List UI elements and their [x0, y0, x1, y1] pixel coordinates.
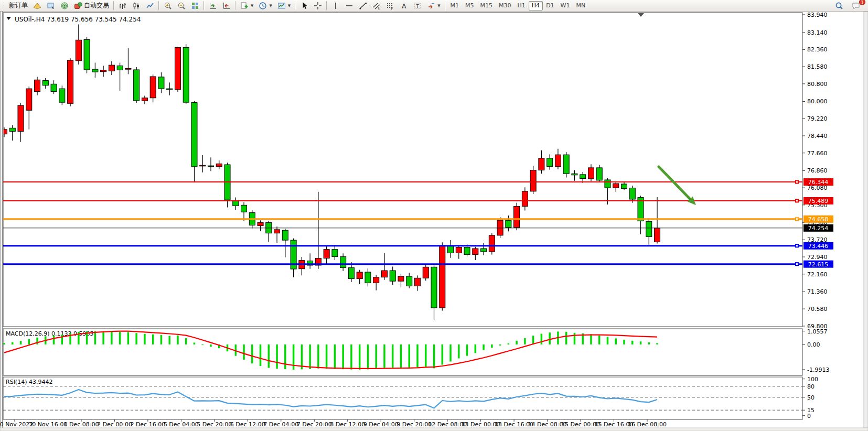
zoom-out-icon[interactable] [175, 1, 188, 11]
equidistant-channel-icon[interactable]: E [370, 1, 383, 11]
candlestick-chart-icon[interactable] [130, 1, 143, 11]
svg-text:E: E [378, 6, 380, 10]
left-splitter[interactable] [0, 12, 3, 428]
toolbar-grip [3, 2, 5, 10]
candle-body [365, 272, 371, 283]
chart-window[interactable]: 83.94083.14082.36081.58080.80080.00079.2… [0, 12, 868, 431]
price-tag-value: 74.254 [808, 225, 829, 232]
autotrading-button[interactable]: 自动交易 [71, 1, 112, 11]
new-order-button-label: 新订单 [9, 1, 28, 10]
timeframe-button-w1[interactable]: W1 [558, 1, 573, 10]
macd-axis-tick: -1.9913 [807, 367, 829, 373]
market-watch-icon[interactable] [30, 1, 44, 11]
fibonacci-icon[interactable]: F [383, 1, 397, 11]
candle-body [200, 165, 206, 166]
candle-body [76, 40, 81, 60]
trendline-icon[interactable] [356, 1, 370, 11]
chevron-down-icon[interactable]: ▼ [269, 4, 272, 8]
time-axis-label: 7 Dec 04:00 [263, 421, 298, 428]
timeframe-button-m15[interactable]: M15 [477, 1, 496, 10]
candle-body [9, 128, 15, 131]
templates-icon[interactable]: ▼ [275, 1, 293, 11]
candle-body [258, 222, 263, 225]
zoom-in-icon[interactable] [161, 1, 175, 11]
candle-body [92, 69, 98, 72]
timeframe-button-mn[interactable]: MN [573, 1, 588, 10]
cursor-icon [300, 2, 308, 10]
time-axis-label: 5 Dec 20:00 [197, 421, 232, 428]
toolbar-separator [235, 1, 236, 10]
candle-body [530, 170, 536, 191]
candle-body [481, 249, 487, 252]
chevron-down-icon[interactable]: ▼ [251, 4, 253, 8]
right-scrollbar[interactable] [864, 12, 868, 428]
arrows-icon[interactable]: ▼ [424, 1, 443, 11]
candle-body [158, 77, 164, 89]
candle-body [390, 271, 395, 281]
symbol-title-text: USOil-,H4 73.619 75.656 73.545 74.254 [15, 16, 141, 23]
vertical-line-icon[interactable] [329, 1, 342, 11]
price-axis-tick: 72.940 [807, 254, 828, 261]
candle-body [26, 89, 32, 110]
tile-windows-icon[interactable] [188, 1, 202, 11]
price-chart-canvas[interactable]: 83.94083.14082.36081.58080.80080.00079.2… [0, 12, 868, 431]
price-axis-tick: 81.580 [807, 63, 828, 70]
line-chart-icon[interactable] [143, 1, 157, 11]
candle-body [555, 155, 561, 166]
data-window-icon [47, 2, 55, 10]
price-axis-tick: 71.360 [807, 288, 828, 295]
notifications-icon[interactable]: 1 [849, 1, 863, 11]
candle-body [489, 235, 495, 252]
zoom-in-icon [164, 2, 172, 10]
timeframe-button-d1[interactable]: D1 [543, 1, 557, 10]
auto-scroll-icon[interactable] [206, 1, 220, 11]
data-window-icon[interactable] [44, 1, 58, 11]
rsi-axis-tick: 100 [807, 376, 818, 383]
candle-body [59, 89, 65, 102]
timeframe-button-m30[interactable]: M30 [496, 1, 515, 10]
candle-body [655, 228, 660, 242]
crosshair-icon[interactable] [311, 1, 325, 11]
notification-badge: 1 [859, 0, 865, 5]
chevron-down-icon[interactable]: ▼ [288, 4, 291, 8]
tile-windows-icon [191, 2, 199, 10]
new-chart-icon[interactable]: ▼ [238, 1, 256, 11]
timeframe-button-h1[interactable]: H1 [515, 1, 529, 10]
time-axis-label: 9 Dec 20:00 [397, 421, 432, 428]
candle-body [613, 184, 619, 188]
horizontal-line-icon[interactable] [342, 1, 356, 11]
time-axis-label: 6 Dec 12:00 [230, 421, 265, 428]
chevron-down-icon[interactable]: ▼ [437, 4, 440, 8]
chart-shift-icon[interactable] [220, 1, 233, 11]
horizontal-line-icon [345, 2, 353, 10]
rsi-axis-tick: 0 [807, 413, 811, 419]
price-tag-value: 74.658 [808, 216, 829, 223]
candle-body [348, 268, 354, 279]
macd-axis-tick: 1.0557 [807, 328, 828, 335]
toolbar-separator [113, 1, 114, 10]
navigator-icon[interactable] [58, 1, 71, 11]
search-icon[interactable] [832, 1, 846, 11]
timeframe-button-m1[interactable]: M1 [447, 1, 463, 10]
new-order-button[interactable]: 新订单 [6, 1, 30, 11]
candle-body [440, 246, 445, 308]
candle-body [142, 98, 147, 101]
bar-chart-icon[interactable] [116, 1, 130, 11]
timeframe-button-m5[interactable]: M5 [462, 1, 477, 10]
candle-body [464, 247, 470, 255]
candle-body [167, 89, 173, 90]
candle-body [605, 180, 610, 188]
text-icon: A [400, 2, 408, 10]
periods-icon[interactable]: ▼ [256, 1, 274, 11]
time-axis-label: 9 Dec 04:00 [363, 421, 399, 428]
text-label-icon[interactable]: T [411, 1, 424, 11]
timeframe-button-h4[interactable]: H4 [529, 1, 543, 10]
candle-body [84, 39, 90, 70]
svg-text:T: T [416, 3, 420, 8]
candle-body [35, 80, 40, 91]
cursor-icon[interactable] [297, 1, 311, 11]
candle-body [415, 278, 421, 286]
periods-icon [259, 2, 267, 10]
text-icon[interactable]: A [397, 1, 411, 11]
time-axis-label: 5 Dec 04:00 [164, 421, 199, 428]
